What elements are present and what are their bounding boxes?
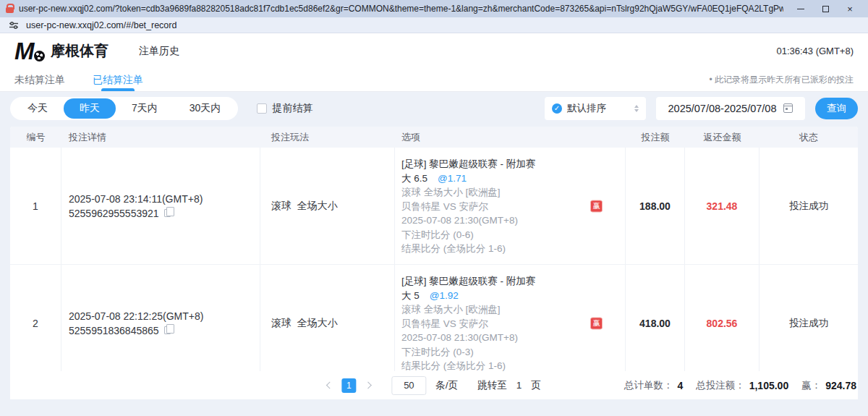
total-win-value: 924.78 <box>825 380 856 391</box>
current-page-button[interactable]: 1 <box>341 378 356 393</box>
pagination: 1 条/页 跳转至 1 页 <box>327 376 540 395</box>
league-name: [足球] 黎巴嫩超级联赛 - 附加赛 <box>401 157 625 171</box>
site-favicon-lock-icon <box>6 7 14 13</box>
browser-urlbar[interactable]: user-pc-new.xxqj02.com/#/bet_record <box>0 17 868 33</box>
table-body: 1 2025-07-08 23:14:11(GMT+8) 52559629555… <box>10 148 858 371</box>
total-count-value: 4 <box>677 380 683 391</box>
soccer-ball-icon <box>34 51 45 61</box>
total-stake-label: 总投注额： <box>696 379 745 392</box>
date-range-input[interactable]: 2025/07/08-2025/07/08 <box>656 97 805 120</box>
next-page-icon[interactable] <box>365 382 372 389</box>
tab-settled[interactable]: 已结算注单 <box>93 69 143 91</box>
bet-time: 2025-07-08 22:12:25(GMT+8) <box>69 310 260 322</box>
close-button[interactable]: × <box>838 0 862 17</box>
minimize-icon <box>797 9 804 9</box>
bet-options-cell: [足球] 黎巴嫩超级联赛 - 附加赛 大 6.5@1.71 滚球 全场大小 [欧… <box>395 148 626 264</box>
jump-to-label: 跳转至 <box>477 379 507 392</box>
total-stake-value: 1,105.00 <box>749 380 789 391</box>
url-text[interactable]: user-pc-new.xxqj02.com/#/bet_record <box>26 20 176 30</box>
result-score: 结果比分 (全场比分 1-6) <box>401 359 625 371</box>
row-number: 2 <box>10 265 61 371</box>
col-header-play: 投注玩法 <box>260 131 395 144</box>
date-range-pill: 今天 昨天 7天内 30天内 <box>10 97 238 120</box>
date-range-value: 2025/07/08-2025/07/08 <box>668 103 777 114</box>
bet-status: 投注成功 <box>760 148 858 264</box>
brand-name: 摩根体育 <box>51 41 109 61</box>
market-type: 滚球 全场大小 [欧洲盘] <box>401 302 625 317</box>
return-amount: 802.56 <box>685 265 760 371</box>
table-row: 2 2025-07-08 22:12:25(GMT+8) 52559518368… <box>10 265 858 371</box>
bet-options-cell: [足球] 黎巴嫩超级联赛 - 附加赛 大 5@1.92 滚球 全场大小 [欧洲盘… <box>395 265 626 371</box>
bet-play-cell: 滚球 全场大小 <box>260 265 395 371</box>
range-today-button[interactable]: 今天 <box>12 98 64 119</box>
sort-caret-icon <box>634 105 639 112</box>
maximize-icon <box>822 6 829 12</box>
match-time: 2025-07-08 21:30(GMT+8) <box>401 213 625 228</box>
score-at-bet: 下注时比分 (0-3) <box>401 345 625 360</box>
range-30days-button[interactable]: 30天内 <box>174 98 237 119</box>
window-title: user-pc-new.xxqj02.com/?token=cdb3a9689f… <box>19 4 783 14</box>
minimize-button[interactable] <box>788 0 813 17</box>
col-header-return: 返还金额 <box>685 131 760 144</box>
stake-amount: 418.00 <box>626 265 685 371</box>
table-header-row: 编号 投注详情 投注玩法 选项 投注额 返还金额 状态 <box>10 127 858 148</box>
col-header-no: 编号 <box>10 131 61 144</box>
page-title: 注单历史 <box>139 45 179 58</box>
early-settle-checkbox[interactable] <box>257 103 267 114</box>
col-header-status: 状态 <box>760 131 858 144</box>
bet-odds: @1.92 <box>430 290 459 301</box>
stake-amount: 188.00 <box>626 148 685 264</box>
copy-icon[interactable] <box>164 326 171 334</box>
bet-play-cell: 滚球 全场大小 <box>260 148 395 264</box>
header-clock: 01:36:43 (GMT+8) <box>776 46 854 56</box>
total-win-label: 赢： <box>801 379 821 392</box>
bet-table-card: 编号 投注详情 投注玩法 选项 投注额 返还金额 状态 1 2025-07-08… <box>10 127 858 371</box>
jump-page-value[interactable]: 1 <box>516 380 522 391</box>
bet-status: 投注成功 <box>760 265 858 371</box>
bet-detail-cell: 2025-07-08 22:12:25(GMT+8) 5255951836845… <box>61 265 260 371</box>
check-circle-icon: ✓ <box>552 103 562 114</box>
bet-time: 2025-07-08 23:14:11(GMT+8) <box>69 193 260 205</box>
sort-select[interactable]: ✓ 默认排序 <box>545 97 646 120</box>
bet-id: 5255951836845865 <box>69 325 159 336</box>
col-header-detail: 投注详情 <box>61 131 260 144</box>
total-count-label: 总计单数： <box>624 379 673 392</box>
brand-logo: M <box>14 38 46 64</box>
table-row: 1 2025-07-08 23:14:11(GMT+8) 52559629555… <box>10 148 858 265</box>
bet-odds: @1.71 <box>438 173 467 184</box>
table-footer: 1 条/页 跳转至 1 页 总计单数： 4 总投注额： 1,105.00 赢： … <box>10 371 858 399</box>
record-notice: • 此记录将显示昨天所有已派彩的投注 <box>709 74 854 86</box>
prev-page-icon[interactable] <box>326 382 333 389</box>
site-settings-icon[interactable] <box>9 20 19 30</box>
tab-unsettled[interactable]: 未结算注单 <box>14 69 65 91</box>
range-yesterday-button[interactable]: 昨天 <box>64 98 116 119</box>
bet-pick: 大 6.5 <box>401 173 427 184</box>
maximize-button[interactable] <box>813 0 838 17</box>
browser-titlebar: user-pc-new.xxqj02.com/?token=cdb3a9689f… <box>0 0 868 17</box>
page-unit-label: 页 <box>531 379 541 392</box>
win-badge: 赢 <box>590 317 603 329</box>
filter-band: 今天 昨天 7天内 30天内 提前结算 ✓ 默认排序 2025/07/08-20… <box>0 92 868 124</box>
page-size-input[interactable] <box>391 376 426 395</box>
tab-bar: 未结算注单 已结算注单 • 此记录将显示昨天所有已派彩的投注 <box>0 69 868 92</box>
copy-icon[interactable] <box>164 209 171 217</box>
score-at-bet: 下注时比分 (0-6) <box>401 228 625 242</box>
result-score: 结果比分 (全场比分 1-6) <box>401 242 625 256</box>
calendar-icon <box>783 103 793 113</box>
return-amount: 321.48 <box>685 148 760 264</box>
app-header: M 摩根体育 注单历史 01:36:43 (GMT+8) <box>0 33 868 69</box>
col-header-stake: 投注额 <box>626 131 685 144</box>
per-page-label: 条/页 <box>435 379 458 392</box>
market-type: 滚球 全场大小 [欧洲盘] <box>401 185 625 200</box>
league-name: [足球] 黎巴嫩超级联赛 - 附加赛 <box>401 274 625 289</box>
logo-m-glyph: M <box>14 38 33 64</box>
bet-id: 5255962955553921 <box>69 208 159 219</box>
bet-pick: 大 5 <box>401 290 420 301</box>
early-settle-toggle[interactable]: 提前结算 <box>257 102 312 115</box>
query-button[interactable]: 查询 <box>815 98 858 119</box>
early-settle-label: 提前结算 <box>272 102 312 115</box>
sort-selected-value: 默认排序 <box>567 102 629 115</box>
bet-detail-cell: 2025-07-08 23:14:11(GMT+8) 5255962955553… <box>61 148 260 264</box>
range-7days-button[interactable]: 7天内 <box>116 98 174 119</box>
win-badge: 赢 <box>590 200 603 212</box>
